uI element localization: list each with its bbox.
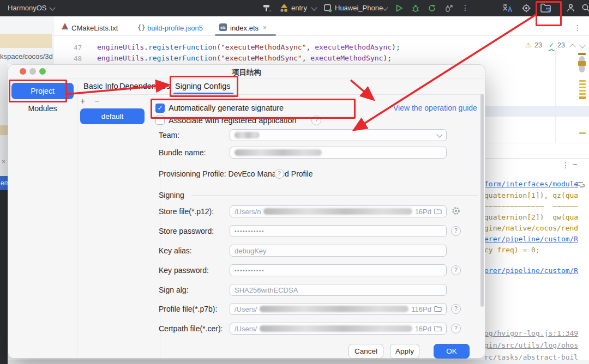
stripe-warning-mark[interactable]	[579, 93, 586, 95]
key-alias-label: Key alias:	[159, 246, 192, 255]
build-hammer-icon[interactable]	[262, 3, 272, 13]
debug-attach-icon[interactable]	[444, 4, 453, 13]
next-issue-chevron[interactable]	[579, 42, 585, 48]
profile-file-field[interactable]: /Users/ 116Pd	[230, 303, 447, 315]
store-password-field[interactable]: •••••••••••	[230, 225, 447, 237]
panel-options-menu[interactable]: ⋮	[562, 161, 569, 169]
warning-icon[interactable]: ⚠	[525, 41, 531, 49]
stripe-warning-mark[interactable]	[578, 53, 586, 55]
debug-button[interactable]	[411, 4, 420, 13]
stripe-warning-mark[interactable]	[579, 132, 586, 134]
tab-dependencies[interactable]: Dependencies	[119, 82, 170, 90]
output-squiggle-line: ~~~~~~~~~~~~~~ ~~~~~~	[484, 202, 578, 210]
team-select[interactable]	[230, 129, 447, 141]
remove-config-button[interactable]: −	[94, 96, 99, 106]
stack-trace-link[interactable]: og/hvigor-log.js:1:349	[484, 329, 578, 337]
tab-basic-info[interactable]: Basic Info	[83, 82, 118, 90]
profile-file-label: Profile file(*.p7b):	[159, 305, 217, 313]
annotation-box-project	[9, 80, 67, 102]
redacted-value	[260, 306, 408, 312]
path-suffix: 16Pd	[415, 325, 431, 333]
output-link[interactable]: erer/pipeline/custom/R	[484, 266, 578, 275]
warning-count[interactable]: 23	[534, 41, 542, 49]
close-tab-icon[interactable]: ×	[263, 24, 267, 32]
close-icon[interactable]: ×	[2, 158, 5, 166]
section-divider	[191, 195, 478, 196]
folder-browse-icon[interactable]	[434, 325, 442, 332]
help-icon[interactable]: ?	[274, 169, 284, 179]
folder-browse-icon[interactable]	[434, 208, 442, 215]
run-button[interactable]	[395, 4, 404, 13]
key-password-field[interactable]: •••••••••••	[230, 264, 447, 276]
annotation-box-auto-signature	[151, 99, 356, 119]
stripe-warning-mark[interactable]	[579, 90, 586, 92]
device-selector[interactable]: Huawei_Phone	[335, 4, 383, 12]
keystore-settings-icon[interactable]	[451, 206, 461, 216]
line-number: 47	[65, 44, 82, 52]
operation-guide-link[interactable]: View the operation guide	[393, 104, 477, 112]
password-dots: •••••••••••	[235, 268, 265, 274]
stripe-warning-mark[interactable]	[579, 80, 586, 82]
dialog-title: 项目结构	[8, 68, 485, 77]
apply-button[interactable]: Apply	[390, 344, 419, 359]
stripe-warning-mark[interactable]	[579, 83, 586, 85]
project-tree-highlight	[0, 34, 52, 48]
device-manager-target-icon[interactable]	[521, 3, 531, 13]
bundle-name-field[interactable]	[230, 147, 447, 159]
run-config-selector[interactable]: entry	[291, 4, 307, 12]
titlebar-divider	[8, 78, 484, 78]
chevron-down-icon	[49, 4, 55, 10]
annotation-box-signing-configs	[170, 76, 238, 97]
tab-build-profile[interactable]: build-profile.json5	[147, 24, 203, 32]
tab-index-ets[interactable]: index.ets	[230, 24, 259, 32]
account-person-icon[interactable]	[566, 3, 575, 13]
sidebar-divider	[77, 78, 77, 357]
typo-count[interactable]: 23	[557, 41, 565, 49]
prev-issue-chevron[interactable]	[569, 44, 575, 50]
stripe-warning-mark[interactable]	[579, 96, 586, 99]
help-icon[interactable]: ?	[451, 265, 461, 275]
stack-trace-link[interactable]: gin/src/utils/log/ohos	[484, 341, 578, 349]
folder-browse-icon[interactable]	[434, 306, 442, 312]
code-text: engineUtils.registerFunction("executeMet…	[97, 43, 400, 51]
editor-line-highlight	[484, 106, 589, 117]
bundle-name-label: Bundle name:	[159, 148, 206, 157]
rerun-button[interactable]	[428, 4, 436, 13]
translate-icon[interactable]	[502, 3, 513, 13]
search-icon[interactable]	[581, 3, 589, 13]
redacted-value	[260, 325, 412, 332]
add-config-button[interactable]: +	[80, 96, 85, 106]
output-link[interactable]: form/interfaces/module	[484, 180, 578, 188]
editor-options-menu[interactable]: ⋮	[574, 24, 581, 32]
tab-strip-divider	[53, 35, 589, 36]
tab-cmakelists[interactable]: CMakeLists.txt	[71, 24, 118, 32]
sign-alg-label: Sign alg:	[159, 286, 188, 294]
output-code-line: cy freq) = 0;	[484, 246, 540, 254]
project-selector[interactable]: HarmonyOS	[8, 4, 47, 12]
password-dots: •••••••••••	[235, 228, 265, 234]
sidebar-item-modules[interactable]: Modules	[8, 104, 77, 113]
panel-minimize-icon[interactable]: −	[573, 160, 577, 168]
help-icon[interactable]: ?	[451, 304, 461, 314]
typo-check-icon[interactable]: ✓	[549, 41, 554, 49]
store-password-label: Store password:	[159, 227, 214, 235]
config-list-item-default[interactable]: default	[80, 108, 145, 124]
stripe-warning-mark[interactable]	[579, 87, 586, 88]
key-alias-field[interactable]: debugKey	[230, 245, 447, 257]
certpath-file-field[interactable]: /Users/ 16Pd	[230, 323, 447, 335]
output-code-line: quaternion[2]) qw(qua	[484, 213, 578, 221]
dialog-scrollbar-thumb[interactable]	[480, 94, 484, 307]
terminal-strip	[0, 190, 8, 364]
dialog-tab-divider	[77, 94, 484, 95]
help-icon[interactable]: ?	[451, 226, 461, 236]
code-text: engineUtils.registerFunction("executeMet…	[97, 54, 392, 62]
toolbar-more-menu[interactable]: ⋮	[461, 4, 469, 11]
cancel-button[interactable]: Cancel	[348, 344, 383, 359]
store-file-field[interactable]: /Users/n 16Pd	[230, 205, 447, 217]
sign-alg-field[interactable]: SHA256withECDSA	[230, 284, 447, 296]
status-bar-strip	[8, 360, 589, 364]
help-icon[interactable]: ?	[451, 324, 461, 333]
ok-button[interactable]: OK	[434, 344, 470, 359]
output-link[interactable]: erer/pipeline/custom/R	[484, 235, 578, 243]
stripe-warning-mark[interactable]	[578, 61, 586, 66]
